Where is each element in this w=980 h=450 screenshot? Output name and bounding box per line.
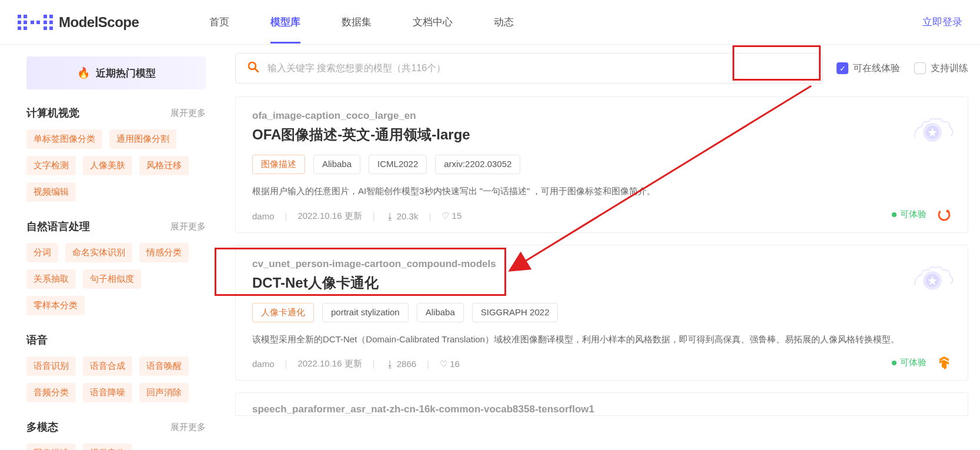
svg-point-16 — [937, 208, 951, 222]
heart-icon: ♡ — [440, 359, 447, 369]
svg-rect-3 — [24, 21, 27, 24]
category-tag[interactable]: 命名实体识别 — [65, 243, 132, 262]
category-tag[interactable]: 视频编辑 — [26, 182, 76, 202]
svg-rect-4 — [18, 26, 21, 30]
download-icon: ⭳ — [386, 211, 394, 221]
svg-point-17 — [946, 209, 949, 212]
category-tag[interactable]: 单标签图像分类 — [26, 129, 102, 149]
model-footer: damo| 2022.10.16 更新| ⭳ 2866| ♡ 16 — [252, 358, 951, 369]
logo[interactable]: ModelScope — [18, 12, 139, 32]
badge-icon — [909, 256, 956, 297]
nav-docs[interactable]: 文档中心 — [413, 1, 453, 44]
model-status: 可体验 — [892, 209, 927, 220]
model-tag[interactable]: portrait stylization — [322, 303, 409, 322]
svg-rect-12 — [31, 21, 34, 24]
model-slug: ofa_image-caption_coco_large_en — [252, 110, 951, 122]
category-tag[interactable]: 句子相似度 — [83, 269, 141, 289]
svg-rect-2 — [18, 21, 21, 24]
category-tag[interactable]: 文字检测 — [26, 156, 76, 175]
checkbox-checked-icon: ✓ — [837, 62, 848, 74]
model-slug: cv_unet_person-image-cartoon_compound-mo… — [252, 258, 951, 270]
model-author: damo — [252, 211, 275, 221]
framework-icon — [937, 208, 951, 222]
svg-rect-13 — [36, 21, 40, 24]
model-downloads: ⭳ 20.3k — [386, 211, 419, 221]
category-tag[interactable]: 语音合成 — [83, 356, 132, 376]
category-expand[interactable]: 展开更多 — [170, 108, 206, 119]
category-tag[interactable]: 语音唤醒 — [139, 356, 189, 376]
model-likes: ♡ 15 — [441, 211, 461, 221]
svg-rect-9 — [49, 21, 53, 24]
filter-online[interactable]: ✓ 可在线体验 — [837, 62, 900, 75]
model-updated: 2022.10.16 更新 — [297, 211, 362, 222]
framework-icon — [937, 355, 951, 369]
svg-rect-7 — [49, 15, 53, 18]
category-expand[interactable]: 展开更多 — [170, 422, 206, 433]
category-block: 语音语音识别语音合成语音唤醒音频分类语音降噪回声消除 — [26, 333, 206, 402]
model-downloads: ⭳ 2866 — [386, 359, 417, 369]
model-likes: ♡ 16 — [440, 359, 460, 369]
category-title: 自然语言处理 — [26, 219, 90, 234]
badge-icon — [909, 108, 956, 149]
category-tag[interactable]: 关系抽取 — [26, 269, 76, 289]
model-description: 该模型采用全新的DCT-Net（Domain-Calibrated Transl… — [252, 332, 951, 347]
category-tag[interactable]: 分词 — [26, 243, 58, 262]
svg-rect-8 — [44, 21, 47, 24]
category-tag[interactable]: 语音识别 — [26, 356, 76, 376]
filter-online-label: 可在线体验 — [853, 62, 900, 75]
category-expand[interactable]: 展开更多 — [170, 221, 206, 232]
svg-rect-6 — [44, 15, 47, 18]
heart-icon: ♡ — [441, 211, 449, 221]
nav-models[interactable]: 模型库 — [270, 1, 300, 44]
category-tag[interactable]: 风格迁移 — [139, 156, 189, 175]
model-tag[interactable]: 图像描述 — [252, 155, 305, 174]
nav-home[interactable]: 首页 — [209, 1, 229, 44]
category-tag[interactable]: 通用图像分割 — [109, 129, 176, 149]
category-tag[interactable]: 视觉定位 — [83, 444, 132, 450]
svg-rect-11 — [49, 26, 53, 30]
search-row: ✓ 可在线体验 支持训练 — [235, 53, 968, 84]
category-tag[interactable]: 语音降噪 — [83, 383, 132, 402]
category-tag[interactable]: 零样本分类 — [26, 296, 85, 315]
svg-rect-10 — [44, 26, 47, 30]
svg-line-15 — [255, 69, 258, 72]
sidebar: 🔥 近期热门模型 计算机视觉展开更多单标签图像分类通用图像分割文字检测人像美肤风… — [0, 45, 223, 450]
nav: 首页 模型库 数据集 文档中心 动态 — [209, 1, 514, 44]
login-button[interactable]: 立即登录 — [922, 15, 962, 29]
svg-rect-1 — [24, 15, 27, 18]
category-tag[interactable]: 图像描述 — [26, 444, 76, 450]
model-tag[interactable]: SIGGRAPH 2022 — [472, 303, 558, 322]
header: ModelScope 首页 模型库 数据集 文档中心 动态 立即登录 — [0, 0, 980, 45]
category-tag[interactable]: 音频分类 — [26, 383, 76, 402]
model-title: OFA图像描述-英文-通用领域-large — [252, 125, 951, 144]
svg-rect-5 — [24, 26, 27, 30]
category-tag[interactable]: 回声消除 — [139, 383, 189, 402]
category-block: 自然语言处理展开更多分词命名实体识别情感分类关系抽取句子相似度零样本分类 — [26, 219, 206, 315]
category-title: 计算机视觉 — [26, 106, 79, 120]
model-card[interactable]: ofa_image-caption_coco_large_enOFA图像描述-英… — [235, 96, 968, 233]
download-icon: ⭳ — [386, 359, 394, 369]
model-card-partial[interactable]: speech_paraformer_asr_nat-zh-cn-16k-comm… — [235, 392, 968, 416]
model-author: damo — [252, 359, 275, 369]
model-card[interactable]: cv_unet_person-image-cartoon_compound-mo… — [235, 245, 968, 381]
model-tag[interactable]: Alibaba — [417, 303, 464, 322]
hot-models-banner[interactable]: 🔥 近期热门模型 — [26, 56, 206, 89]
model-tag[interactable]: Alibaba — [313, 155, 360, 174]
nav-datasets[interactable]: 数据集 — [342, 1, 372, 44]
status-dot-icon — [892, 361, 897, 365]
model-tag[interactable]: ICML2022 — [369, 155, 427, 174]
category-title: 语音 — [26, 333, 48, 347]
main-content: ✓ 可在线体验 支持训练 ofa_image-caption_coco_larg… — [223, 45, 980, 450]
nav-news[interactable]: 动态 — [494, 1, 514, 44]
filter-train[interactable]: 支持训练 — [914, 62, 968, 75]
search-box[interactable] — [235, 53, 822, 84]
logo-text: ModelScope — [59, 14, 139, 31]
filter-train-label: 支持训练 — [931, 62, 968, 75]
search-input[interactable] — [267, 63, 810, 74]
model-tag[interactable]: arxiv:2202.03052 — [435, 155, 520, 174]
hot-models-label: 近期热门模型 — [96, 66, 156, 80]
model-updated: 2022.10.16 更新 — [297, 358, 362, 369]
model-tag[interactable]: 人像卡通化 — [252, 303, 314, 322]
category-tag[interactable]: 情感分类 — [139, 243, 189, 262]
category-tag[interactable]: 人像美肤 — [83, 156, 132, 175]
